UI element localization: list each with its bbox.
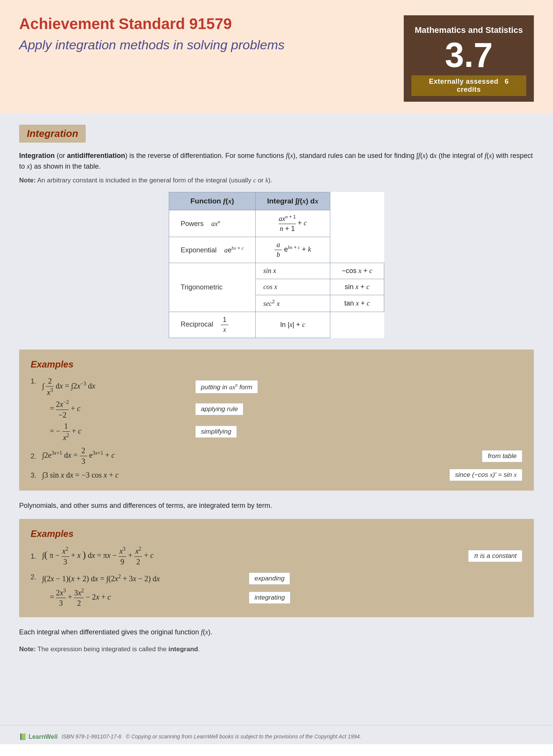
- learnwell-logo: 📗 LearnWell: [19, 733, 58, 740]
- table-row-trig-sin: Trigonometric sin x −cos x + c: [169, 263, 384, 279]
- header: Achievement Standard 91579 Apply integra…: [0, 0, 553, 113]
- assessment-type: Externally assessed: [429, 78, 499, 85]
- example-5: 2. ∫(2x − 1)(x + 2) dx = ∫(2x2 + 3x − 2)…: [31, 572, 522, 608]
- integral-table: Function f(x) Integral ∫f(x) dx Powers a…: [169, 192, 384, 338]
- polynomials-paragraph: Polynomials, and other sums and differen…: [19, 500, 534, 511]
- examples-title-2: Examples: [31, 528, 522, 539]
- table-row-exponential: Exponential aebx + c a b ebx + c + k: [169, 237, 384, 263]
- example-1-num: 1.: [31, 377, 42, 442]
- note-since-cos: since (−cos x)′ = sin x: [449, 469, 522, 481]
- example-3-num: 3.: [31, 471, 42, 480]
- note-simplifying: simplifying: [195, 426, 237, 438]
- example-4: 1. ∫​ ( π − x2 3 + x ) dx = πx − x3 9 +: [31, 546, 522, 566]
- subject-number: 3.7: [411, 38, 526, 72]
- note-expanding: expanding: [249, 572, 290, 585]
- table-header-integral: Integral ∫f(x) dx: [255, 192, 330, 210]
- subject-name: Mathematics and Statistics: [411, 25, 526, 36]
- example-4-math: ∫​ ( π − x2 3 + x ) dx = πx − x3 9 + x2: [42, 546, 460, 566]
- examples-box-2: Examples 1. ∫​ ( π − x2 3 + x ) dx = πx …: [19, 519, 534, 617]
- note-axn-form: putting in axn form: [195, 380, 258, 393]
- footer: 📗 LearnWell ISBN 978-1-991107-17-6 © Cop…: [0, 725, 553, 744]
- credits-badge: Externally assessed 6 credits: [411, 75, 526, 96]
- final-paragraph-1: Each integral when differentiated gives …: [19, 627, 534, 638]
- intro-paragraph-1: Integration (or antidifferentiation) is …: [19, 150, 534, 172]
- header-left: Achievement Standard 91579 Apply integra…: [19, 15, 392, 53]
- main-content: Integration Integration (or antidifferen…: [0, 113, 553, 725]
- examples-title-1: Examples: [31, 359, 522, 370]
- example-1: 1. ∫ 2 x3 dx = ∫2x−3 dx putting in axn f…: [31, 377, 522, 442]
- note-integrating: integrating: [249, 592, 290, 604]
- achievement-standard-subtitle: Apply integration methods in solving pro…: [19, 36, 392, 53]
- examples-box-1: Examples 1. ∫ 2 x3 dx = ∫2x−3 dx putting…: [19, 350, 534, 491]
- note-applying-rule: applying rule: [195, 403, 243, 415]
- example-2-math: ∫2e3x+1 dx = 2 3 e3x+1 + c: [42, 446, 474, 466]
- table-row-reciprocal: Reciprocal 1 x ln |x| + c: [169, 312, 384, 338]
- note-arbitrary-constant: Note: An arbitrary constant is included …: [19, 177, 534, 184]
- example-5-math: ∫(2x − 1)(x + 2) dx = ∫(2x2 + 3x − 2) dx…: [42, 572, 522, 608]
- example-3: 3. ∫3 sin x dx = −3 cos x + c since (−co…: [31, 469, 522, 481]
- footer-isbn: ISBN 978-1-991107-17-6 © Copying or scan…: [62, 733, 361, 740]
- example-2: 2. ∫2e3x+1 dx = 2 3 e3x+1 + c from table: [31, 446, 522, 466]
- note-integrand: Note: The expression being integrated is…: [19, 645, 534, 653]
- example-2-num: 2.: [31, 452, 42, 460]
- example-4-num: 1.: [31, 552, 42, 561]
- table-header-function: Function f(x): [169, 192, 256, 210]
- note-pi-constant: π is a constant: [468, 550, 522, 562]
- example-1-math: ∫ 2 x3 dx = ∫2x−3 dx putting in axn form…: [42, 377, 522, 442]
- example-5-num: 2.: [31, 572, 42, 608]
- subject-box: Mathematics and Statistics 3.7 Externall…: [404, 15, 534, 102]
- example-3-math: ∫3 sin x dx = −3 cos x + c: [42, 471, 442, 480]
- achievement-standard-title: Achievement Standard 91579: [19, 15, 392, 33]
- section-title-integration: Integration: [19, 125, 86, 143]
- table-row-powers: Powers axn axn + 1 n + 1 + c: [169, 210, 384, 237]
- note-from-table: from table: [482, 450, 522, 462]
